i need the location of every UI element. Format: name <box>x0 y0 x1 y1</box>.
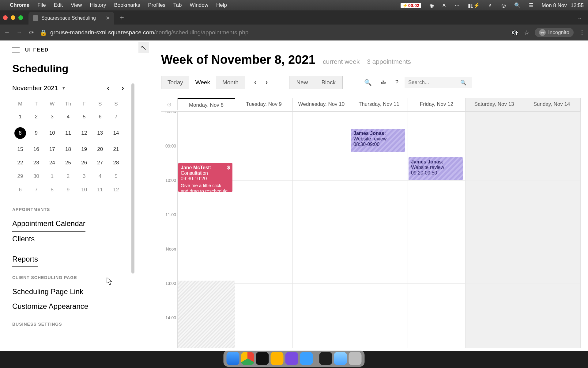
event-james-thu[interactable]: James Jonas: Website review08:30-09:00 <box>351 129 405 152</box>
mini-cal-day[interactable]: 13 <box>92 124 108 143</box>
menubar-profiles[interactable]: Profiles <box>148 2 165 8</box>
menubar-bookmarks[interactable]: Bookmarks <box>114 2 140 8</box>
help-icon[interactable]: ? <box>395 79 398 86</box>
menubar-view[interactable]: View <box>71 2 82 8</box>
mini-cal-day[interactable]: 25 <box>60 156 76 170</box>
mini-cal-caret-icon[interactable]: ▼ <box>62 86 66 90</box>
mini-cal-day[interactable]: 6 <box>12 183 28 197</box>
week-button[interactable]: Week <box>189 76 216 89</box>
sidebar-link-appointment-calendar[interactable]: Appointment Calendar <box>12 216 85 232</box>
day-head-tue[interactable]: Tuesday, Nov 9 <box>235 98 293 111</box>
new-tab-button[interactable]: ＋ <box>119 13 125 22</box>
window-minimize-icon[interactable] <box>11 15 15 20</box>
cal-prev-icon[interactable]: ‹ <box>254 79 256 86</box>
menubar-help[interactable]: Help <box>216 2 227 8</box>
mini-cal-day[interactable]: 6 <box>92 110 108 124</box>
block-button[interactable]: Block <box>315 76 342 89</box>
status-icon-3[interactable]: ⋯ <box>454 2 460 9</box>
bookmark-star-icon[interactable]: ☆ <box>524 29 529 36</box>
window-close-icon[interactable] <box>3 15 8 20</box>
day-col-tue[interactable] <box>235 112 293 348</box>
day-head-fri[interactable]: Friday, Nov 12 <box>408 98 466 111</box>
mini-cal-day[interactable]: 4 <box>92 170 108 183</box>
cal-next-icon[interactable]: › <box>266 79 268 86</box>
nav-back-icon[interactable]: ← <box>3 29 11 36</box>
dock-preview-icon[interactable] <box>334 352 347 365</box>
day-col-sat[interactable] <box>466 112 523 348</box>
mini-cal-day[interactable]: 15 <box>12 143 28 156</box>
window-zoom-icon[interactable] <box>18 15 23 20</box>
mini-cal-day[interactable]: 24 <box>44 156 60 170</box>
mini-cal-day[interactable]: 26 <box>76 156 92 170</box>
day-col-sun[interactable] <box>523 112 581 348</box>
day-head-sat[interactable]: Saturday, Nov 13 <box>466 98 523 111</box>
mini-cal-day[interactable]: 2 <box>60 170 76 183</box>
mini-cal-day[interactable]: 5 <box>76 110 92 124</box>
mini-cal-day[interactable]: 4 <box>60 110 76 124</box>
menubar-app[interactable]: Chrome <box>10 2 29 8</box>
new-button[interactable]: New <box>289 76 315 89</box>
dock-chrome-icon[interactable] <box>241 352 254 365</box>
sidebar-link-customize-appearance[interactable]: Customize Appearance <box>12 299 124 314</box>
mini-cal-day[interactable]: 3 <box>76 170 92 183</box>
dock-screenshot-icon[interactable] <box>319 352 332 365</box>
mini-cal-day[interactable]: 2 <box>28 110 44 124</box>
mini-cal-day[interactable]: 7 <box>108 110 124 124</box>
mini-cal-month[interactable]: November 2021 <box>12 84 58 92</box>
day-col-fri[interactable]: James Jonas: Website review09:20-09:50 <box>408 112 466 348</box>
collapse-arrow-icon[interactable]: ↖ <box>138 42 149 53</box>
status-icon-1[interactable]: ◉ <box>429 2 434 9</box>
dock-terminal-icon[interactable] <box>256 352 269 365</box>
screen-record-timer[interactable]: 00:02 <box>401 3 421 8</box>
address-bar[interactable]: 🔒 grouse-mandarin-sxnl.squarespace.com/c… <box>40 29 505 36</box>
eye-off-icon[interactable]: 👁‍🗨 <box>511 29 518 36</box>
mini-cal-day[interactable]: 11 <box>60 124 76 143</box>
day-col-wed[interactable] <box>293 112 350 348</box>
menubar-edit[interactable]: Edit <box>54 2 63 8</box>
incognito-badge[interactable]: 🕶 Incognito <box>535 28 574 37</box>
mini-cal-day[interactable]: 10 <box>76 183 92 197</box>
dock-app2-icon[interactable] <box>300 352 313 365</box>
mini-cal-day[interactable]: 23 <box>28 156 44 170</box>
mini-cal-day[interactable]: 28 <box>108 156 124 170</box>
mini-cal-day[interactable]: 21 <box>108 143 124 156</box>
dock-app-icon[interactable] <box>285 352 298 365</box>
mini-cal-day[interactable]: 12 <box>108 183 124 197</box>
hamburger-icon[interactable] <box>12 48 20 52</box>
dock-finder-icon[interactable] <box>227 352 239 365</box>
mini-cal-day[interactable]: 3 <box>44 110 60 124</box>
mini-cal-day[interactable]: 7 <box>28 183 44 197</box>
mini-cal-day[interactable]: 16 <box>28 143 44 156</box>
mini-cal-day[interactable]: 20 <box>92 143 108 156</box>
tabs-dropdown-icon[interactable]: ⌄ <box>577 14 582 21</box>
mini-cal-day[interactable]: 8 <box>44 183 60 197</box>
search-icon[interactable]: 🔍 <box>460 80 466 86</box>
wifi-icon[interactable]: ᯤ <box>488 2 493 9</box>
mini-cal-day[interactable]: 9 <box>28 124 44 143</box>
mini-cal-day[interactable]: 18 <box>60 143 76 156</box>
dock-sublime-icon[interactable] <box>271 352 284 365</box>
zoom-icon[interactable]: 🔍 <box>364 79 372 86</box>
tab-close-icon[interactable]: ✕ <box>106 15 110 21</box>
mini-cal-day[interactable]: 9 <box>60 183 76 197</box>
mini-cal-day[interactable]: 12 <box>76 124 92 143</box>
menubar-history[interactable]: History <box>90 2 106 8</box>
mini-cal-day[interactable]: 22 <box>12 156 28 170</box>
event-james-fri[interactable]: James Jonas: Website review09:20-09:50 <box>409 157 463 180</box>
day-col-mon[interactable]: Jane McTest: Consultation$09:30-10:20Giv… <box>178 112 235 348</box>
day-head-sun[interactable]: Sunday, Nov 14 <box>523 98 581 111</box>
day-head-wed[interactable]: Wednesday, Nov 10 <box>293 98 350 111</box>
control-center-icon[interactable]: ☰ <box>529 2 533 9</box>
mini-cal-day[interactable]: 8 <box>12 124 28 143</box>
search-box[interactable]: 🔍 <box>405 77 472 88</box>
day-head-mon[interactable]: Monday, Nov 8 <box>178 98 235 111</box>
mini-cal-day[interactable]: 17 <box>44 143 60 156</box>
mini-cal-day[interactable]: 5 <box>108 170 124 183</box>
lock-icon[interactable]: 🔒 <box>40 29 47 36</box>
sidebar-link-scheduling-page-link[interactable]: Scheduling Page Link <box>12 284 124 299</box>
mini-cal-day[interactable]: 1 <box>44 170 60 183</box>
user-icon[interactable]: ◎ <box>501 2 506 9</box>
nav-reload-icon[interactable]: ⟳ <box>28 29 36 36</box>
menubar-file[interactable]: File <box>37 2 46 8</box>
menubar-time[interactable]: 12:55 <box>571 2 584 9</box>
